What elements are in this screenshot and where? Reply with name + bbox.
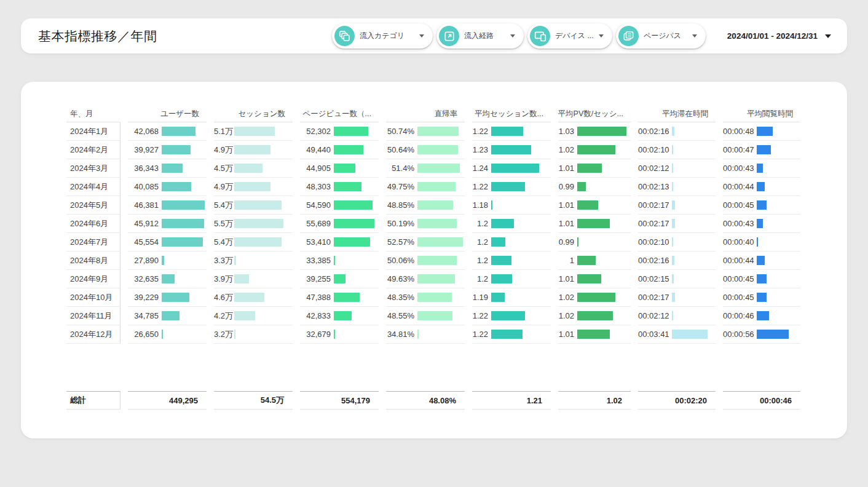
metric-value: 00:02:16 bbox=[638, 127, 669, 136]
metric-cell: 48,303 bbox=[300, 178, 379, 196]
metric-bar bbox=[162, 256, 164, 265]
metric-bar bbox=[757, 311, 769, 320]
metric-bar bbox=[162, 293, 189, 302]
filter-chip-label: ページパス bbox=[644, 31, 681, 41]
date-range-control[interactable]: 2024/01/01 - 2024/12/31 bbox=[727, 18, 831, 53]
filter-chip-page-path[interactable]: ページパス bbox=[616, 23, 706, 49]
totals-value: 1.02 bbox=[558, 391, 631, 410]
metric-bar bbox=[491, 311, 525, 320]
metric-bar bbox=[417, 274, 455, 283]
column-header-7[interactable]: 平均滞在時間 bbox=[638, 106, 716, 122]
metric-value: 1.01 bbox=[558, 330, 574, 339]
metric-cell: 50.64% bbox=[386, 141, 465, 159]
metric-bar bbox=[672, 237, 673, 247]
metric-bar bbox=[417, 219, 457, 228]
metric-value: 47,388 bbox=[300, 293, 331, 302]
metric-bar bbox=[672, 274, 674, 283]
filter-chip-inflow-category[interactable]: 流入カテゴリ bbox=[332, 23, 433, 49]
metric-cell: 1.23 bbox=[472, 141, 551, 159]
metric-cell: 52.57% bbox=[386, 233, 465, 251]
metric-value: 46,381 bbox=[128, 200, 159, 210]
filter-chip-label: デバイス ... bbox=[555, 31, 593, 41]
metric-bar bbox=[334, 311, 352, 320]
metric-value: 49,440 bbox=[300, 145, 331, 154]
column-header-5[interactable]: 平均セッション数... bbox=[472, 106, 551, 122]
metric-cell: 5.4万 bbox=[214, 233, 293, 251]
metric-value: 48.55% bbox=[386, 311, 414, 320]
metric-cell: 1.01 bbox=[558, 196, 631, 215]
metric-bar bbox=[672, 127, 674, 136]
metric-value: 48.35% bbox=[386, 293, 414, 302]
metric-cell: 1.22 bbox=[472, 178, 551, 196]
metric-bar bbox=[577, 182, 586, 191]
metric-cell: 26,650 bbox=[128, 325, 207, 344]
metric-cell: 00:02:12 bbox=[638, 307, 716, 325]
metric-value: 45,912 bbox=[128, 219, 159, 228]
metric-cell: 1.2 bbox=[472, 251, 551, 270]
metric-bar bbox=[162, 127, 195, 136]
chevron-down-icon bbox=[510, 34, 515, 38]
metric-cell: 1.01 bbox=[558, 270, 631, 288]
layers-icon bbox=[334, 26, 355, 46]
metric-bar bbox=[491, 164, 539, 173]
page-title: 基本指標推移／年間 bbox=[38, 28, 157, 45]
metric-cell: 00:00:44 bbox=[723, 251, 800, 270]
metric-bar bbox=[577, 219, 610, 228]
metric-cell: 49,440 bbox=[300, 141, 379, 159]
metric-bar bbox=[491, 145, 531, 154]
column-header-0[interactable]: 年、月 bbox=[66, 106, 120, 122]
column-header-4[interactable]: 直帰率 bbox=[386, 106, 465, 122]
metrics-table: 年、月ユーザー数セッション数ページビュー数（...直帰率平均セッション数...平… bbox=[66, 106, 800, 410]
metric-bar bbox=[672, 330, 708, 339]
month-cell: 2024年5月 bbox=[66, 196, 120, 215]
metric-value: 1.01 bbox=[558, 200, 574, 210]
column-header-2[interactable]: セッション数 bbox=[214, 106, 293, 122]
metric-cell: 5.1万 bbox=[214, 122, 293, 141]
metric-cell: 00:02:16 bbox=[638, 251, 716, 270]
totals-value: 449,295 bbox=[128, 391, 207, 410]
metric-cell: 1.03 bbox=[558, 122, 631, 141]
metric-bar bbox=[491, 330, 523, 339]
metric-cell: 1.22 bbox=[472, 122, 551, 141]
metric-cell: 55,689 bbox=[300, 215, 379, 233]
metric-value: 00:00:44 bbox=[723, 256, 754, 265]
metric-bar bbox=[334, 127, 368, 136]
metric-value: 45,554 bbox=[128, 237, 159, 247]
metric-value: 3.2万 bbox=[214, 329, 231, 340]
metric-value: 1.01 bbox=[558, 219, 574, 228]
metric-cell: 00:00:47 bbox=[723, 141, 800, 159]
metric-value: 00:02:10 bbox=[638, 237, 669, 247]
metric-value: 1.01 bbox=[558, 274, 574, 283]
metric-value: 32,679 bbox=[300, 330, 331, 339]
metric-bar bbox=[334, 237, 370, 247]
metric-value: 0.99 bbox=[558, 182, 574, 191]
metric-bar bbox=[162, 145, 191, 154]
filter-chip-device[interactable]: デバイス ... bbox=[527, 23, 612, 49]
metric-value: 1.22 bbox=[472, 127, 488, 136]
metric-value: 00:00:43 bbox=[723, 219, 754, 228]
column-header-1[interactable]: ユーザー数 bbox=[128, 106, 207, 122]
filter-chip-inflow-channel[interactable]: 流入経路 bbox=[436, 23, 524, 49]
header-card: 基本指標推移／年間 流入カテゴリ流入経路デバイス ...ページパス 2024/0… bbox=[21, 18, 847, 53]
totals-value: 1.21 bbox=[472, 391, 551, 410]
column-header-6[interactable]: 平均PV数/セッシ... bbox=[558, 106, 631, 122]
metric-value: 00:02:13 bbox=[638, 182, 669, 191]
metric-cell: 52,302 bbox=[300, 122, 379, 141]
metric-cell: 39,255 bbox=[300, 270, 379, 288]
metric-value: 4.9万 bbox=[214, 181, 231, 192]
metric-cell: 00:02:10 bbox=[638, 233, 716, 251]
metric-bar bbox=[577, 293, 615, 302]
metric-value: 00:02:17 bbox=[638, 200, 669, 210]
metric-value: 5.4万 bbox=[214, 237, 231, 248]
metric-cell: 00:00:45 bbox=[723, 270, 800, 288]
metric-bar bbox=[491, 256, 511, 265]
column-header-3[interactable]: ページビュー数（... bbox=[300, 106, 379, 122]
metric-cell: 00:02:15 bbox=[638, 270, 716, 288]
column-header-8[interactable]: 平均閲覧時間 bbox=[723, 106, 800, 122]
metric-bar bbox=[757, 200, 767, 210]
totals-label: 総計 bbox=[66, 391, 120, 410]
metric-bar bbox=[234, 219, 283, 228]
metric-bar bbox=[417, 164, 460, 173]
metric-cell: 00:00:56 bbox=[723, 325, 800, 344]
metric-bar bbox=[417, 330, 419, 339]
